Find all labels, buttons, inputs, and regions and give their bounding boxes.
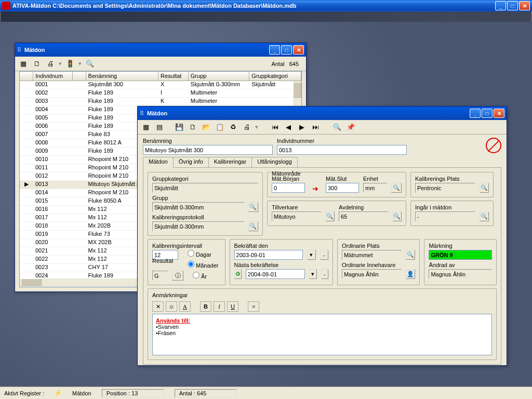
nav-last-icon[interactable]: ⏭ <box>310 122 321 132</box>
name-label: Benämning <box>143 138 273 144</box>
maximize-button[interactable]: □ <box>507 1 518 10</box>
nasta-clear-button[interactable]: - <box>321 269 328 279</box>
unit-lookup-button[interactable]: 🔍 <box>391 183 402 193</box>
mark-field <box>429 250 492 260</box>
dagar-radio[interactable]: Dagar <box>188 250 211 260</box>
detail-toolbar: ▦ ▤ 💾 🗋 📂 📋 ♻ 🖨▾ ⏮ ◀ ▶ ⏭ 🔍 📌 <box>138 120 507 135</box>
tab-kalib[interactable]: Kalibreringar <box>208 157 252 167</box>
nasta-refresh-button[interactable]: ♻ <box>234 269 242 279</box>
minimize-button[interactable]: _ <box>495 1 506 10</box>
bekraft-clear-button[interactable]: - <box>320 250 328 260</box>
dtb-open-icon[interactable]: 📂 <box>201 122 211 132</box>
begin-field[interactable] <box>272 183 305 193</box>
sb-count: Antal : 645 <box>175 389 237 397</box>
dept-lookup-button[interactable]: 🔍 <box>393 211 402 221</box>
nav-next-icon[interactable]: ▶ <box>297 122 307 132</box>
nav-prev-icon[interactable]: ◀ <box>283 122 294 132</box>
mfr-lookup-button[interactable]: 🔍 <box>326 211 335 221</box>
dtb-new-icon[interactable]: 🗋 <box>188 122 198 132</box>
dtb-grid-icon[interactable]: ▦ <box>141 122 151 132</box>
manader-radio[interactable]: Månader <box>188 261 218 269</box>
interval-label: Kalibreringsintervall <box>152 243 221 249</box>
kprot-lookup-button[interactable]: 🔍 <box>248 221 258 231</box>
tb-traffic-icon[interactable]: 🚦 <box>65 59 75 69</box>
list-title: Mätdon <box>24 47 269 53</box>
ordplats-label: Ordinarie Plats <box>342 243 416 249</box>
kprot-label: Kalibreringsprotokoll <box>152 214 258 220</box>
ordplats-lookup-button[interactable]: 🔍 <box>406 250 415 260</box>
nasta-field[interactable] <box>246 269 305 279</box>
list-titlebar[interactable]: ⠿ Mätdon _ □ ✕ <box>15 43 306 57</box>
nav-first-icon[interactable]: ⏮ <box>270 122 280 132</box>
notes-area[interactable]: Används till: •Svarven •Fräsen <box>152 314 492 355</box>
info-button[interactable]: ⓘ <box>172 271 183 281</box>
rt-italic-icon[interactable]: I <box>214 301 225 312</box>
col-individnum[interactable]: Individnum <box>33 72 73 81</box>
bekraft-dd-button[interactable]: ▾ <box>307 250 315 260</box>
tb-grid-icon[interactable]: ▦ <box>18 59 29 69</box>
col-gruppkat[interactable]: Gruppkategori <box>249 72 301 81</box>
col-resultat[interactable]: Resultat <box>158 72 189 81</box>
rt-list-icon[interactable]: ≡ <box>248 301 259 312</box>
rt-smile-icon[interactable]: ☺ <box>166 301 177 312</box>
tb-new-icon[interactable]: 🗋 <box>32 59 42 69</box>
detail-close-button[interactable]: ✕ <box>494 109 504 118</box>
tab-matdon[interactable]: Mätdon <box>143 157 174 168</box>
nasta-dd-button[interactable]: ▾ <box>309 269 316 279</box>
list-header: Individnum Benämning Resultat Grupp Grup… <box>20 72 301 81</box>
name-field[interactable] <box>143 145 273 155</box>
table-row[interactable]: 0003Fluke 189KMultimeter <box>20 98 301 106</box>
detail-min-button[interactable]: _ <box>470 109 481 118</box>
mfr-label: Tillverkare <box>272 204 335 210</box>
rt-font-icon[interactable]: A <box>179 301 191 312</box>
bekraft-field[interactable] <box>234 250 303 260</box>
andrad-label: Ändrad av <box>429 262 492 268</box>
rt-bold-icon[interactable]: B <box>200 301 211 312</box>
dtb-search-icon[interactable]: 🔍 <box>332 122 342 132</box>
dtb-refresh-icon[interactable]: ♻ <box>228 122 238 132</box>
ar-radio[interactable]: År <box>193 272 207 280</box>
ordplats-field <box>342 250 402 260</box>
dtb-copy-icon[interactable]: 📋 <box>215 122 225 132</box>
andrad-field <box>429 269 492 279</box>
grp-lookup-button[interactable]: 🔍 <box>248 202 258 212</box>
app-title: ATIVA-Mätdon C:\Documents and Settings\A… <box>12 3 495 9</box>
dtb-form-icon[interactable]: ▤ <box>154 122 165 132</box>
end-field[interactable] <box>326 183 359 193</box>
id-field[interactable] <box>277 145 407 155</box>
dtb-save-icon[interactable]: 💾 <box>174 122 184 132</box>
table-row[interactable]: 0001Skjutmått 300XSkjutmått 0-300mmSkjut… <box>20 81 301 89</box>
dtb-print-icon[interactable]: 🖨 <box>242 122 252 132</box>
tab-ovrig[interactable]: Övrig info <box>173 157 209 167</box>
notes-line-1: •Svarven <box>156 324 488 330</box>
detail-max-button[interactable]: □ <box>482 109 493 118</box>
list-dots-icon: ⠿ <box>17 47 21 54</box>
rt-clear-icon[interactable]: ✕ <box>152 301 164 312</box>
calplace-lookup-button[interactable]: 🔍 <box>480 183 489 193</box>
calplace-label: Kalibrerings Plats <box>415 176 489 182</box>
list-toolbar: ▦ 🗋 🖨 ▾ 🚦 ▾ 🔍 Antal 645 <box>15 57 306 71</box>
list-close-button[interactable]: ✕ <box>293 45 304 55</box>
range-title: Mätområde <box>272 170 301 177</box>
list-min-button[interactable]: _ <box>269 45 280 55</box>
tab-utlan[interactable]: Utlåningslogg <box>251 157 298 167</box>
detail-titlebar[interactable]: ⠿ Mätdon _ □ ✕ <box>138 107 507 120</box>
col-benamning[interactable]: Benämning <box>86 72 158 81</box>
col-grupp[interactable]: Grupp <box>189 72 250 81</box>
ingar-lookup-button[interactable]: 🔍 <box>480 211 489 221</box>
dtb-pin-icon[interactable]: 📌 <box>345 122 356 132</box>
end-label: Mät.Slut <box>326 176 359 182</box>
grp-label: Grupp <box>152 195 258 201</box>
rt-underline-icon[interactable]: U <box>227 301 238 312</box>
ordinneh-lookup-button[interactable]: 👤 <box>406 269 415 279</box>
ordinneh-field <box>342 269 402 279</box>
calplace-field <box>415 183 475 193</box>
ordinneh-label: Ordinarie Innehavare <box>342 262 416 268</box>
tb-print-icon[interactable]: 🖨 <box>45 59 56 69</box>
close-button[interactable]: ✕ <box>519 1 530 10</box>
mark-label: Märkning <box>429 243 492 249</box>
table-row[interactable]: 0002Fluke 189IMultimeter <box>20 89 301 98</box>
tb-search-icon[interactable]: 🔍 <box>85 59 95 69</box>
grp-field <box>152 202 244 212</box>
list-max-button[interactable]: □ <box>281 45 292 55</box>
